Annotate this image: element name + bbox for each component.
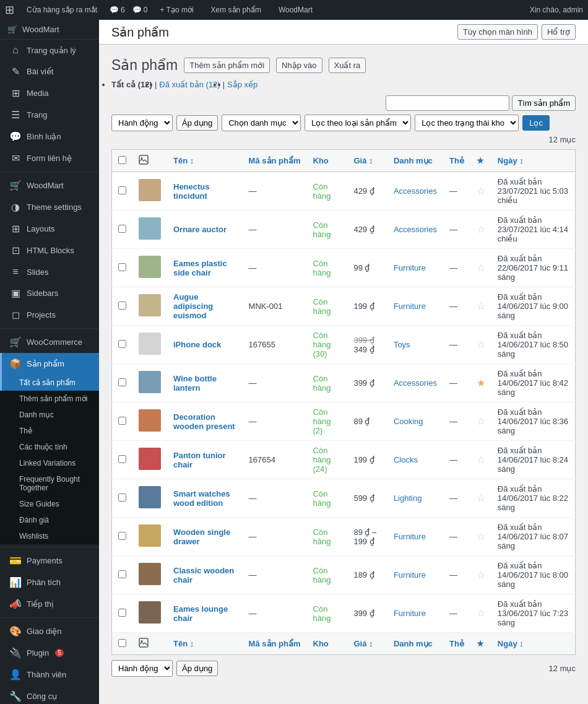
category-link[interactable]: Accessories (394, 378, 437, 388)
category-link[interactable]: Furniture (394, 263, 426, 272)
sidebar-item-woodmart[interactable]: 🛒 WoodMart (0, 175, 99, 196)
sidebar-item-dashboard[interactable]: ⌂ Trang quản lý (0, 40, 99, 61)
sidebar-item-comments[interactable]: 💬 Bình luận (0, 126, 99, 147)
bulk-action-select[interactable]: Hành động (111, 115, 173, 131)
category-filter-select[interactable]: Chọn danh mục (222, 115, 301, 131)
sidebar-item-plugins[interactable]: 🔌 Plugin 5 (0, 642, 99, 664)
category-link[interactable]: Furniture (394, 570, 426, 580)
filter-button[interactable]: Lọc (522, 115, 550, 131)
product-category[interactable]: Toys (387, 326, 443, 364)
export-button[interactable]: Xuất ra (329, 58, 366, 73)
sidebar-item-slides[interactable]: ≡ Slides (0, 261, 99, 282)
sidebar-item-users[interactable]: 👤 Thành viên (0, 664, 99, 685)
product-category[interactable]: Accessories (387, 211, 443, 249)
row-checkbox[interactable] (118, 340, 126, 348)
sidebar-item-analytics[interactable]: 📊 Phân tích (0, 571, 99, 593)
star-icon[interactable]: ☆ (477, 263, 485, 273)
submenu-item-size-guides[interactable]: Size Guides (0, 496, 99, 512)
row-checkbox[interactable] (118, 225, 126, 233)
name-col-footer[interactable]: Tên ↕ (167, 633, 243, 655)
product-star[interactable]: ☆ (470, 479, 491, 518)
sidebar-item-payments[interactable]: 💳 Payments (0, 550, 99, 571)
star-icon[interactable]: ☆ (477, 186, 485, 196)
product-category[interactable]: Furniture (387, 594, 443, 633)
sidebar-item-pages[interactable]: ☰ Trang (0, 104, 99, 126)
star-icon[interactable]: ☆ (477, 531, 485, 542)
sidebar-item-html-blocks[interactable]: ⊡ HTML Blocks (0, 240, 99, 261)
sidebar-item-products[interactable]: 📦 Sản phẩm (0, 353, 99, 375)
date-col-header[interactable]: Ngày ↕ (491, 150, 576, 172)
category-link[interactable]: Lighting (394, 493, 422, 503)
sidebar-item-theme-settings[interactable]: ◑ Theme settings (0, 196, 99, 218)
help-button[interactable]: Hổ trợ (542, 24, 576, 40)
row-checkbox[interactable] (118, 609, 126, 617)
product-name-link[interactable]: Decoration wooden present (173, 412, 235, 431)
product-star[interactable]: ☆ (470, 402, 491, 441)
product-category[interactable]: Furniture (387, 287, 443, 326)
product-star[interactable]: ☆ (470, 594, 491, 633)
select-all-checkbox[interactable] (118, 156, 126, 164)
submenu-item-linked-variations[interactable]: Linked Variations (0, 455, 99, 471)
product-category[interactable]: Lighting (387, 479, 443, 518)
star-icon[interactable]: ☆ (477, 416, 485, 427)
shop-name-link[interactable]: WoodMart (274, 6, 318, 14)
star-icon[interactable]: ★ (477, 378, 485, 388)
product-star[interactable]: ☆ (470, 287, 491, 326)
view-store-link[interactable]: Xem sản phẩm (206, 6, 266, 14)
product-name-link[interactable]: Henectus tincidunt (173, 182, 210, 201)
category-link[interactable]: Accessories (394, 225, 437, 234)
row-checkbox[interactable] (118, 570, 126, 578)
price-col-header[interactable]: Giá ↕ (347, 150, 387, 172)
stock-filter-select[interactable]: Lọc theo trạng thái kho (415, 115, 519, 131)
comments-count[interactable]: 💬 6 (110, 6, 125, 14)
sidebar-item-appearance[interactable]: 🎨 Giao diện (0, 620, 99, 642)
tab-published[interactable]: Đã xuất bản (12) (159, 80, 220, 89)
product-star[interactable]: ★ (470, 364, 491, 402)
product-category[interactable]: Accessories (387, 364, 443, 402)
product-star[interactable]: ☆ (470, 249, 491, 287)
submenu-item-reviews[interactable]: Đánh giá (0, 512, 99, 528)
category-link[interactable]: Furniture (394, 302, 426, 311)
product-category[interactable]: Accessories (387, 172, 443, 211)
product-name-link[interactable]: Classic wooden chair (173, 566, 234, 584)
sidebar-item-projects[interactable]: ◻ Projects (0, 304, 99, 326)
name-col-header[interactable]: Tên ↕ (167, 150, 243, 172)
import-button[interactable]: Nhập vào (276, 58, 322, 73)
row-checkbox[interactable] (118, 263, 126, 271)
row-checkbox[interactable] (118, 302, 126, 310)
bulk-action-select-bottom[interactable]: Hành động (111, 660, 173, 677)
row-checkbox[interactable] (118, 186, 126, 194)
row-checkbox[interactable] (118, 532, 126, 540)
apply-action-button-bottom[interactable]: Áp dụng (176, 661, 218, 676)
category-link[interactable]: Furniture (394, 609, 426, 618)
category-link[interactable]: Clocks (394, 455, 418, 464)
select-all-footer[interactable] (112, 633, 133, 655)
product-category[interactable]: Clocks (387, 441, 443, 479)
date-col-footer[interactable]: Ngày ↕ (491, 633, 576, 655)
product-star[interactable]: ☆ (470, 326, 491, 364)
price-col-footer[interactable]: Giá ↕ (347, 633, 387, 655)
star-icon[interactable]: ☆ (477, 493, 485, 503)
submenu-item-tags[interactable]: Thẻ (0, 423, 99, 439)
category-link[interactable]: Accessories (394, 186, 437, 196)
row-checkbox[interactable] (118, 493, 126, 502)
product-star[interactable]: ☆ (470, 172, 491, 211)
category-link[interactable]: Furniture (394, 532, 426, 541)
select-all-footer-checkbox[interactable] (118, 639, 126, 647)
product-name-link[interactable]: Wine bottle lantern (173, 374, 217, 393)
search-button[interactable]: Tìm sản phẩm (512, 95, 576, 111)
product-name-link[interactable]: Augue adipiscing euismod (173, 292, 213, 320)
site-name[interactable]: Cửa hàng sắp ra mắt (22, 6, 102, 14)
new-content-button[interactable]: + Tạo mới (155, 6, 198, 14)
category-link[interactable]: Cooking (394, 417, 423, 426)
sidebar-item-layouts[interactable]: ⊞ Layouts (0, 218, 99, 240)
product-name-link[interactable]: Smart watches wood edition (173, 489, 230, 508)
row-checkbox[interactable] (118, 455, 126, 463)
star-icon[interactable]: ☆ (477, 339, 485, 350)
product-name-link[interactable]: Ornare auctor (173, 225, 227, 234)
sidebar-item-tools[interactable]: 🔧 Công cụ (0, 685, 99, 704)
product-star[interactable]: ☆ (470, 556, 491, 594)
row-checkbox[interactable] (118, 417, 126, 425)
tab-sort[interactable]: Sắp xếp (227, 80, 257, 89)
submenu-item-add-product[interactable]: Thêm sản phẩm mới (0, 391, 99, 407)
